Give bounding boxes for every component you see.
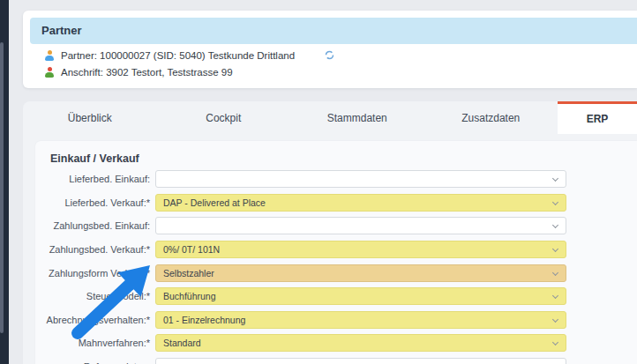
steuermodell-select[interactable]: Buchführung — [155, 287, 566, 305]
left-scrollbar-rail — [0, 0, 9, 364]
chevron-down-icon — [552, 270, 558, 276]
refresh-button[interactable] — [323, 49, 336, 63]
form-row-lieferbed-verkauf: Lieferbed. Verkauf:* DAP - Delivered at … — [35, 191, 637, 215]
zahlungsbed-einkauf-select[interactable] — [155, 217, 566, 234]
tab-label: ERP — [587, 113, 609, 125]
tab-label: Zusatzdaten — [461, 112, 520, 124]
address-pin-icon — [44, 67, 55, 78]
field-label: Zahlungsbed. Einkauf: — [35, 220, 150, 231]
partner-info-row: Partner: 100000027 (SID: 5040) Testkunde… — [44, 50, 295, 61]
select-value: Buchführung — [163, 291, 216, 301]
tabs-panel: Überblick Cockpit Stammdaten Zusatzdaten… — [23, 101, 637, 364]
field-label: Zahlungsbed. Verkauf:* — [35, 244, 150, 255]
chevron-down-icon — [552, 175, 558, 182]
tab-cockpit[interactable]: Cockpit — [157, 101, 291, 134]
field-label: Abrechnungsverhalten:* — [35, 315, 150, 325]
user-icon — [44, 50, 55, 61]
field-label: Lieferbed. Verkauf:* — [35, 197, 150, 208]
form-row-referenzdatum: Referenzdatum — [35, 355, 637, 364]
section-title: Einkauf / Verkauf — [35, 141, 637, 167]
app-window: { "window": { "title": "Partner" }, "col… — [0, 0, 637, 364]
form-row-mahnverfahren: Mahnverfahren:* Standard — [35, 331, 637, 355]
referenzdatum-select[interactable] — [155, 358, 566, 364]
page-title: Partner — [41, 24, 82, 37]
partner-line: Partner: 100000027 (SID: 5040) Testkunde… — [61, 50, 295, 61]
refresh-icon — [324, 49, 335, 61]
field-label: Mahnverfahren:* — [35, 338, 150, 348]
address-info-row: Anschrift: 3902 Testort, Teststrasse 99 — [44, 67, 233, 78]
select-value: 0%/ 0T/ 101N — [163, 244, 220, 255]
chevron-down-icon — [552, 293, 558, 299]
lieferbed-einkauf-select[interactable] — [155, 170, 566, 188]
field-label: Lieferbed. Einkauf: — [35, 174, 150, 184]
form-row-lieferbed-einkauf: Lieferbed. Einkauf: — [35, 167, 637, 191]
chevron-down-icon — [552, 339, 558, 345]
tab-label: Stammdaten — [327, 112, 387, 124]
scrollbar-thumb[interactable] — [0, 42, 4, 333]
tab-zusatzdaten[interactable]: Zusatzdaten — [424, 101, 558, 134]
partner-card: Partner Partner: 100000027 (SID: 5040) T… — [23, 11, 637, 88]
tabbar: Überblick Cockpit Stammdaten Zusatzdaten… — [23, 101, 637, 134]
tab-erp[interactable]: ERP — [558, 101, 637, 134]
chevron-down-icon — [552, 199, 558, 205]
field-label: Steuermodell:* — [35, 291, 150, 301]
form-row-zahlungsbed-verkauf: Zahlungsbed. Verkauf:* 0%/ 0T/ 101N — [35, 238, 637, 262]
abrechnungsverhalten-select[interactable]: 01 - Einzelrechnung — [155, 311, 566, 329]
form-row-zahlungsbed-einkauf: Zahlungsbed. Einkauf: — [35, 214, 637, 238]
tab-stammdaten[interactable]: Stammdaten — [290, 101, 424, 134]
field-label: Zahlungsform Verkauf:* — [35, 268, 150, 279]
form-row-zahlungsform-verkauf: Zahlungsform Verkauf:* Selbstzahler — [35, 261, 637, 285]
tab-ueberblick[interactable]: Überblick — [23, 101, 157, 134]
partner-card-header: Partner — [30, 18, 637, 44]
einkauf-verkauf-card: Einkauf / Verkauf Lieferbed. Einkauf: Li… — [35, 141, 637, 364]
chevron-down-icon — [552, 316, 558, 323]
mahnverfahren-select[interactable]: Standard — [155, 334, 566, 352]
zahlungsbed-verkauf-select[interactable]: 0%/ 0T/ 101N — [155, 241, 566, 258]
chevron-down-icon — [552, 246, 558, 252]
select-value: DAP - Delivered at Place — [163, 197, 266, 208]
tab-label: Überblick — [68, 112, 112, 124]
chevron-down-icon — [552, 222, 558, 228]
address-line: Anschrift: 3902 Testort, Teststrasse 99 — [61, 67, 233, 78]
form-row-abrechnungsverhalten: Abrechnungsverhalten:* 01 - Einzelrechnu… — [35, 308, 637, 332]
select-value: 01 - Einzelrechnung — [163, 315, 245, 325]
select-value: Selbstzahler — [163, 268, 214, 279]
form-row-steuermodell: Steuermodell:* Buchführung — [35, 285, 637, 308]
tab-label: Cockpit — [206, 112, 241, 124]
select-value: Standard — [163, 338, 201, 348]
lieferbed-verkauf-select[interactable]: DAP - Delivered at Place — [155, 194, 566, 212]
zahlungsform-verkauf-select[interactable]: Selbstzahler — [155, 264, 566, 282]
